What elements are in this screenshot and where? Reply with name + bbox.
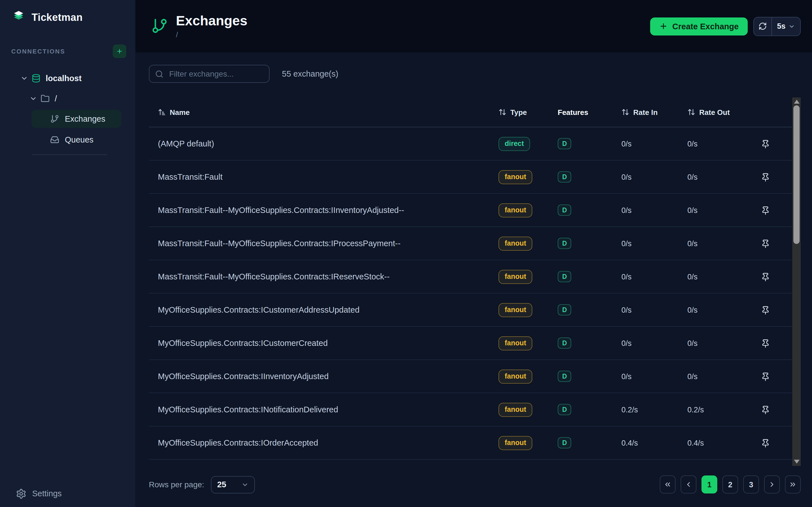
rate-in: 0.4/s (621, 439, 688, 447)
vhost-name: / (55, 94, 57, 103)
column-header-type[interactable]: Type (499, 108, 558, 116)
page-button-1[interactable]: 1 (702, 475, 717, 494)
chevron-down-icon (29, 95, 37, 103)
table-row[interactable]: MassTransit:Fault--MyOfficeSupplies.Cont… (149, 260, 801, 293)
column-header-rate-out[interactable]: Rate Out (688, 108, 755, 116)
pin-icon[interactable] (761, 338, 770, 348)
rate-in: 0/s (621, 139, 688, 148)
rate-in: 0/s (621, 339, 688, 347)
table-header-row: Name Type Features (149, 98, 801, 127)
column-header-rate-in[interactable]: Rate In (621, 108, 688, 116)
folder-icon (41, 94, 50, 103)
inbox-icon (50, 135, 59, 144)
scrollbar-thumb[interactable] (794, 105, 800, 244)
prev-page-button[interactable] (680, 475, 696, 494)
pin-icon[interactable] (761, 139, 770, 149)
chevron-down-icon (788, 23, 795, 30)
exchange-name: MassTransit:Fault (158, 172, 499, 181)
next-page-button[interactable] (764, 475, 780, 494)
toolbar: 55 exchange(s) (149, 65, 801, 83)
type-badge: fanout (499, 170, 532, 184)
refresh-icon (758, 22, 767, 31)
feature-badge-durable: D (558, 271, 571, 282)
column-header-features: Features (558, 108, 621, 116)
table-scrollbar[interactable] (792, 98, 801, 466)
rate-out: 0/s (688, 139, 755, 148)
exchange-name: MassTransit:Fault--MyOfficeSupplies.Cont… (158, 272, 499, 281)
sort-icon (499, 108, 506, 116)
chevron-down-icon (20, 74, 28, 82)
rows-per-page-select[interactable]: 25 (211, 476, 255, 493)
rate-out: 0/s (688, 372, 755, 381)
pin-icon[interactable] (761, 438, 770, 448)
exchanges-table: Name Type Features (149, 98, 801, 466)
refresh-interval-value: 5s (777, 22, 785, 31)
type-badge: fanout (499, 236, 532, 250)
connection-name: localhost (46, 74, 82, 83)
table-row[interactable]: MyOfficeSupplies.Contracts:IOrderAccepte… (149, 427, 801, 460)
table-row[interactable]: MyOfficeSupplies.Contracts:IInventoryAdj… (149, 360, 801, 393)
exchange-name: MyOfficeSupplies.Contracts:ICustomerAddr… (158, 305, 499, 314)
gear-icon (16, 488, 27, 499)
page-button-3[interactable]: 3 (743, 475, 759, 494)
exchange-name: MyOfficeSupplies.Contracts:INotification… (158, 405, 499, 414)
main-panel: Exchanges / Create Exchange (135, 0, 812, 507)
search-icon (155, 69, 163, 78)
table-body: (AMQP default) direct D 0/s 0/s MassTran… (149, 127, 801, 460)
connections-label: CONNECTIONS (11, 48, 65, 55)
scrollbar-up-arrow[interactable] (794, 100, 799, 104)
type-badge: fanout (499, 402, 532, 416)
table-row[interactable]: MassTransit:Fault fanout D 0/s 0/s (149, 161, 801, 194)
type-badge: fanout (499, 303, 532, 317)
tree-divider (32, 154, 107, 155)
last-page-button[interactable] (785, 475, 801, 494)
chevron-left-icon (684, 481, 693, 489)
type-badge: fanout (499, 436, 532, 450)
rate-out: 0/s (688, 272, 755, 281)
refresh-interval-select[interactable]: 5s (772, 17, 800, 35)
chevrons-left-icon (664, 481, 672, 489)
add-connection-button[interactable] (113, 45, 126, 58)
exchange-name: MyOfficeSupplies.Contracts:IOrderAccepte… (158, 438, 499, 447)
tree-node-localhost[interactable]: localhost (0, 69, 135, 88)
exchange-name: MyOfficeSupplies.Contracts:ICustomerCrea… (158, 339, 499, 348)
sidebar-item-label: Queues (65, 135, 94, 144)
filter-input[interactable] (168, 69, 263, 79)
column-header-name[interactable]: Name (158, 108, 499, 116)
rows-per-page-value: 25 (217, 480, 226, 489)
pin-icon[interactable] (761, 238, 770, 248)
type-badge: fanout (499, 336, 532, 350)
pin-icon[interactable] (761, 272, 770, 281)
first-page-button[interactable] (660, 475, 675, 494)
breadcrumb: / (176, 30, 247, 39)
page-button-2[interactable]: 2 (722, 475, 738, 494)
pin-icon[interactable] (761, 205, 770, 215)
pin-icon[interactable] (761, 372, 770, 381)
rate-in: 0/s (621, 372, 688, 381)
sidebar-item-exchanges[interactable]: Exchanges (32, 110, 121, 128)
table-row[interactable]: MyOfficeSupplies.Contracts:ICustomerAddr… (149, 293, 801, 327)
scrollbar-down-arrow[interactable] (794, 460, 799, 464)
connections-section-header: CONNECTIONS (0, 42, 135, 61)
sidebar-item-settings[interactable]: Settings (0, 485, 135, 503)
create-exchange-button[interactable]: Create Exchange (651, 17, 748, 35)
table-row[interactable]: MassTransit:Fault--MyOfficeSupplies.Cont… (149, 194, 801, 227)
refresh-button[interactable] (754, 17, 771, 35)
sidebar-item-queues[interactable]: Queues (32, 131, 121, 149)
pin-icon[interactable] (761, 405, 770, 414)
table-row[interactable]: MassTransit:Fault--MyOfficeSupplies.Cont… (149, 227, 801, 260)
table-row[interactable]: (AMQP default) direct D 0/s 0/s (149, 127, 801, 161)
rate-out: 0.2/s (688, 405, 755, 414)
git-branch-icon (50, 114, 59, 123)
chevron-down-icon (241, 481, 249, 488)
pin-icon[interactable] (761, 305, 770, 315)
table-row[interactable]: MyOfficeSupplies.Contracts:INotification… (149, 393, 801, 427)
pager: 123 (660, 475, 801, 494)
rate-in: 0.2/s (621, 405, 688, 414)
pin-icon[interactable] (761, 172, 770, 182)
rate-out: 0/s (688, 305, 755, 314)
feature-badge-durable: D (558, 205, 571, 216)
table-row[interactable]: MyOfficeSupplies.Contracts:ICustomerCrea… (149, 327, 801, 360)
tree-node-vhost[interactable]: / (0, 89, 135, 108)
feature-badge-durable: D (558, 171, 571, 182)
